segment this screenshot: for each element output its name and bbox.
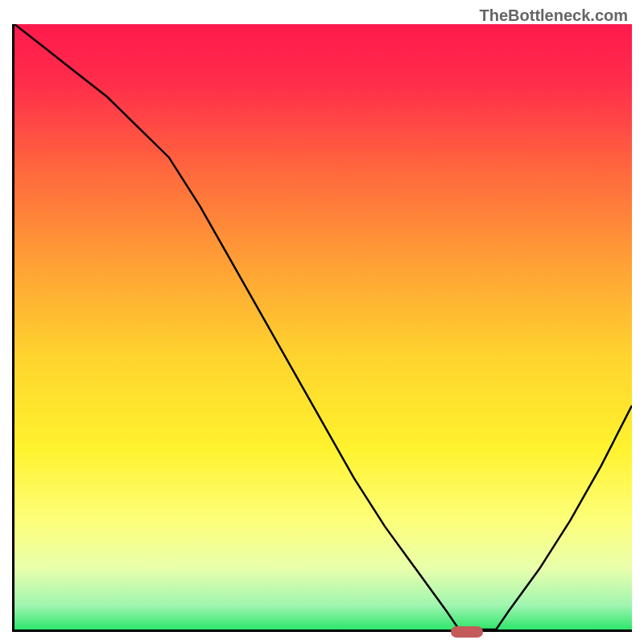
watermark-text: TheBottleneck.com [480,6,628,25]
bottleneck-curve [14,24,632,630]
chart-area [12,24,632,632]
optimal-marker [451,626,483,638]
